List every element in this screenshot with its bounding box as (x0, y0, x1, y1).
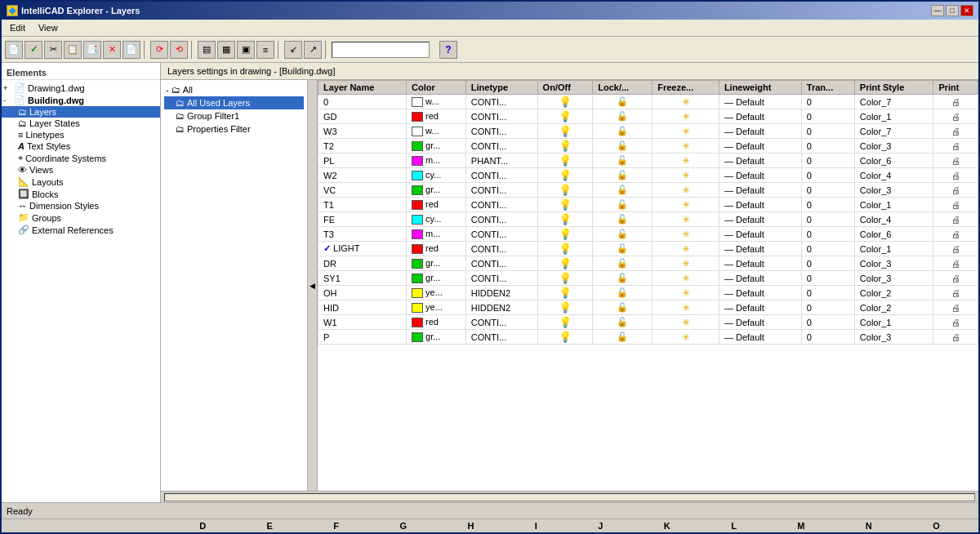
cell-freeze[interactable]: ✳ (653, 168, 719, 183)
cell-lock[interactable]: 🔓 (593, 330, 653, 345)
toolbar-new[interactable]: 📄 (5, 41, 23, 59)
cell-onoff[interactable]: 💡 (537, 300, 593, 315)
cell-onoff[interactable]: 💡 (537, 242, 593, 256)
cell-print[interactable]: 🖨 (933, 109, 978, 124)
sidebar-item-layouts[interactable]: 📐 Layouts (2, 176, 160, 188)
sidebar-item-drawing1[interactable]: + 📄 Drawing1.dwg (2, 82, 160, 94)
sidebar-item-dim-styles[interactable]: ↔ Dimension Styles (2, 200, 160, 211)
cell-color[interactable]: ye... (406, 300, 466, 315)
expand-drawing1-icon[interactable]: + (3, 84, 11, 92)
cell-lock[interactable]: 🔓 (593, 271, 653, 286)
cell-freeze[interactable]: ✳ (653, 300, 719, 315)
cell-lock[interactable]: 🔓 (593, 124, 653, 139)
cell-freeze[interactable]: ✳ (653, 212, 719, 227)
col-header-tran[interactable]: Tran... (801, 81, 854, 95)
toolbar-paste[interactable]: 📑 (83, 41, 101, 59)
cell-print[interactable]: 🖨 (933, 286, 978, 300)
cell-lock[interactable]: 🔓 (593, 242, 653, 256)
collapse-filter-button[interactable]: ◀ (308, 80, 318, 491)
table-row[interactable]: W3 w...CONTI...💡🔓✳— Default0Color_7🖨 (318, 124, 978, 139)
table-row[interactable]: PL m...PHANT...💡🔓✳— Default0Color_6🖨 (318, 154, 978, 168)
cell-freeze[interactable]: ✳ (653, 271, 719, 286)
help-button[interactable]: ? (439, 41, 457, 59)
toolbar-sync1[interactable]: ⟳ (150, 41, 168, 59)
sidebar-item-layer-states[interactable]: 🗂 Layer States (2, 118, 160, 129)
maximize-button[interactable]: □ (946, 5, 959, 16)
toolbar-arrow-up[interactable]: ↗ (304, 41, 322, 59)
cell-lock[interactable]: 🔓 (593, 198, 653, 212)
cell-freeze[interactable]: ✳ (653, 139, 719, 154)
filter-all-used-layers[interactable]: 🗂 All Used Layers (164, 96, 304, 109)
cell-color[interactable]: red (406, 242, 466, 256)
cell-color[interactable]: cy... (406, 168, 466, 183)
expand-all-icon[interactable]: - (166, 85, 169, 95)
toolbar-filter3[interactable]: ▣ (237, 41, 255, 59)
cell-onoff[interactable]: 💡 (537, 198, 593, 212)
table-row[interactable]: P gr...CONTI...💡🔓✳— Default0Color_3🖨 (318, 330, 978, 345)
table-row[interactable]: HID ye...HIDDEN2💡🔓✳— Default0Color_2🖨 (318, 300, 978, 315)
toolbar-filter1[interactable]: ▤ (198, 41, 216, 59)
cell-lock[interactable]: 🔓 (593, 256, 653, 271)
cell-onoff[interactable]: 💡 (537, 109, 593, 124)
cell-color[interactable]: gr... (406, 256, 466, 271)
sidebar-item-blocks[interactable]: 🔲 Blocks (2, 188, 160, 200)
filter-group-filter1[interactable]: 🗂 Group Filter1 (164, 109, 304, 122)
cell-color[interactable]: cy... (406, 212, 466, 227)
cell-onoff[interactable]: 💡 (537, 212, 593, 227)
col-header-lineweight[interactable]: Lineweight (719, 81, 801, 95)
menu-view[interactable]: View (33, 21, 63, 34)
toolbar-delete[interactable]: ✕ (103, 41, 121, 59)
cell-print[interactable]: 🖨 (933, 168, 978, 183)
table-row[interactable]: T3 m...CONTI...💡🔓✳— Default0Color_6🖨 (318, 227, 978, 242)
cell-freeze[interactable]: ✳ (653, 227, 719, 242)
toolbar-copy[interactable]: 📋 (64, 41, 82, 59)
table-row[interactable]: FE cy...CONTI...💡🔓✳— Default0Color_4🖨 (318, 212, 978, 227)
col-header-onoff[interactable]: On/Off (537, 81, 593, 95)
cell-onoff[interactable]: 💡 (537, 227, 593, 242)
cell-print[interactable]: 🖨 (933, 154, 978, 168)
toolbar-check[interactable]: ✓ (24, 41, 42, 59)
toolbar-filter4[interactable]: ≡ (256, 41, 274, 59)
col-header-freeze[interactable]: Freeze... (653, 81, 719, 95)
toolbar-filter2[interactable]: ▦ (217, 41, 235, 59)
cell-color[interactable]: m... (406, 227, 466, 242)
cell-lock[interactable]: 🔓 (593, 300, 653, 315)
sidebar-item-layers[interactable]: 🗂 Layers (2, 106, 160, 118)
cell-color[interactable]: gr... (406, 183, 466, 198)
cell-onoff[interactable]: 💡 (537, 271, 593, 286)
cell-color[interactable]: ye... (406, 286, 466, 300)
cell-lock[interactable]: 🔓 (593, 212, 653, 227)
sidebar-item-text-styles[interactable]: A Text Styles (2, 140, 160, 152)
filter-properties[interactable]: 🗂 Properties Filter (164, 122, 304, 136)
cell-onoff[interactable]: 💡 (537, 168, 593, 183)
cell-onoff[interactable]: 💡 (537, 286, 593, 300)
cell-onoff[interactable]: 💡 (537, 315, 593, 330)
cell-print[interactable]: 🖨 (933, 315, 978, 330)
cell-freeze[interactable]: ✳ (653, 286, 719, 300)
cell-print[interactable]: 🖨 (933, 227, 978, 242)
toolbar-cut[interactable]: ✂ (44, 41, 62, 59)
table-row[interactable]: SY1 gr...CONTI...💡🔓✳— Default0Color_3🖨 (318, 271, 978, 286)
cell-lock[interactable]: 🔓 (593, 168, 653, 183)
cell-freeze[interactable]: ✳ (653, 242, 719, 256)
table-row[interactable]: W2 cy...CONTI...💡🔓✳— Default0Color_4🖨 (318, 168, 978, 183)
cell-freeze[interactable]: ✳ (653, 109, 719, 124)
col-header-lock[interactable]: Lock/... (593, 81, 653, 95)
cell-print[interactable]: 🖨 (933, 183, 978, 198)
cell-print[interactable]: 🖨 (933, 198, 978, 212)
cell-onoff[interactable]: 💡 (537, 183, 593, 198)
table-row[interactable]: DR gr...CONTI...💡🔓✳— Default0Color_3🖨 (318, 256, 978, 271)
filter-all[interactable]: - 🗂 All (164, 83, 304, 96)
cell-color[interactable]: red (406, 315, 466, 330)
cell-lock[interactable]: 🔓 (593, 286, 653, 300)
cell-lock[interactable]: 🔓 (593, 315, 653, 330)
sidebar-item-groups[interactable]: 📁 Groups (2, 211, 160, 224)
col-header-print[interactable]: Print (933, 81, 978, 95)
table-row[interactable]: VC gr...CONTI...💡🔓✳— Default0Color_3🖨 (318, 183, 978, 198)
table-row[interactable]: OH ye...HIDDEN2💡🔓✳— Default0Color_2🖨 (318, 286, 978, 300)
cell-onoff[interactable]: 💡 (537, 330, 593, 345)
cell-freeze[interactable]: ✳ (653, 154, 719, 168)
cell-lock[interactable]: 🔓 (593, 139, 653, 154)
cell-lock[interactable]: 🔓 (593, 154, 653, 168)
cell-print[interactable]: 🖨 (933, 124, 978, 139)
